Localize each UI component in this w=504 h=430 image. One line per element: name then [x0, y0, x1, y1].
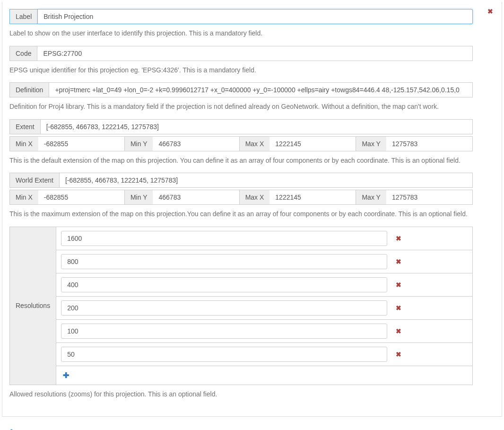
extent-miny-addon: Min Y	[125, 136, 153, 151]
resolutions-table: Resolutions ✖✖✖✖✖✖✚	[9, 227, 473, 385]
remove-resolution-button[interactable]: ✖	[396, 258, 401, 265]
extent-coords: Min X Min Y Max X Max Y	[9, 136, 473, 151]
world-extent-minx-input[interactable]	[38, 190, 125, 205]
resolution-input[interactable]	[61, 300, 387, 316]
world-extent-maxx-input[interactable]	[269, 190, 356, 205]
code-addon: Code	[9, 46, 37, 61]
resolutions-help: Allowed resolutions (zooms) for this pro…	[9, 390, 473, 399]
remove-projection-button[interactable]: ✖	[487, 8, 493, 15]
label-addon: Label	[9, 9, 38, 24]
extent-maxy-addon: Max Y	[356, 136, 386, 151]
world-extent-miny-input[interactable]	[153, 190, 239, 205]
definition-group: Definition	[9, 82, 473, 97]
extent-maxx-input[interactable]	[269, 136, 356, 151]
extent-addon: Extent	[9, 119, 41, 134]
add-resolution-button[interactable]: ✚	[63, 371, 69, 380]
resolution-row: ✖	[56, 343, 472, 366]
resolution-input[interactable]	[61, 324, 387, 339]
resolution-input[interactable]	[61, 254, 387, 269]
resolution-row: ✖	[56, 250, 472, 273]
world-extent-maxy-addon: Max Y	[356, 190, 386, 205]
remove-resolution-button[interactable]: ✖	[396, 235, 401, 242]
world-extent-coords: Min X Min Y Max X Max Y	[9, 190, 473, 205]
label-help: Label to show on the user interface to i…	[9, 29, 473, 38]
label-input[interactable]	[38, 9, 473, 24]
resolution-input[interactable]	[61, 231, 387, 246]
extent-maxy-input[interactable]	[386, 136, 473, 151]
world-extent-array-input[interactable]	[60, 173, 473, 188]
add-projection-button[interactable]: ✚	[9, 428, 15, 430]
definition-addon: Definition	[9, 82, 49, 97]
code-help: EPSG unique identifier for this projecti…	[9, 66, 473, 75]
remove-resolution-button[interactable]: ✖	[396, 327, 401, 335]
world-extent-minx-addon: Min X	[9, 190, 38, 205]
definition-help: Definition for Proj4 library. This is a …	[9, 102, 473, 112]
extent-miny-input[interactable]	[153, 136, 239, 151]
world-extent-addon: World Extent	[9, 173, 60, 188]
resolution-row: ✖	[56, 320, 472, 343]
extent-minx-input[interactable]	[38, 136, 125, 151]
resolution-input[interactable]	[61, 277, 387, 292]
definition-input[interactable]	[49, 82, 473, 97]
add-projection-row: ✚	[0, 419, 504, 430]
code-input[interactable]	[37, 46, 473, 61]
extent-help: This is the default extension of the map…	[9, 156, 473, 166]
resolutions-addon: Resolutions	[10, 227, 56, 385]
world-extent-help: This is the maximum extension of the map…	[9, 210, 473, 219]
world-extent-maxy-input[interactable]	[386, 190, 473, 205]
world-extent-miny-addon: Min Y	[125, 190, 153, 205]
world-extent-maxx-addon: Max X	[240, 190, 270, 205]
label-group: Label	[9, 9, 473, 24]
remove-resolution-button[interactable]: ✖	[396, 351, 401, 358]
world-extent-group: World Extent	[9, 173, 473, 188]
extent-maxx-addon: Max X	[240, 136, 270, 151]
extent-minx-addon: Min X	[9, 136, 38, 151]
remove-resolution-button[interactable]: ✖	[396, 304, 401, 312]
code-group: Code	[9, 46, 473, 61]
remove-resolution-button[interactable]: ✖	[396, 281, 401, 289]
resolution-input[interactable]	[61, 347, 387, 362]
extent-array-input[interactable]	[41, 119, 473, 134]
resolutions-rows: ✖✖✖✖✖✖✚	[56, 227, 472, 385]
extent-group: Extent	[9, 119, 473, 134]
resolution-row: ✖	[56, 297, 472, 320]
projection-panel: ✖ Label Label to show on the user interf…	[2, 2, 502, 417]
add-resolution-row: ✚	[56, 366, 434, 385]
resolution-row: ✖	[56, 227, 472, 250]
resolution-row: ✖	[56, 273, 472, 297]
